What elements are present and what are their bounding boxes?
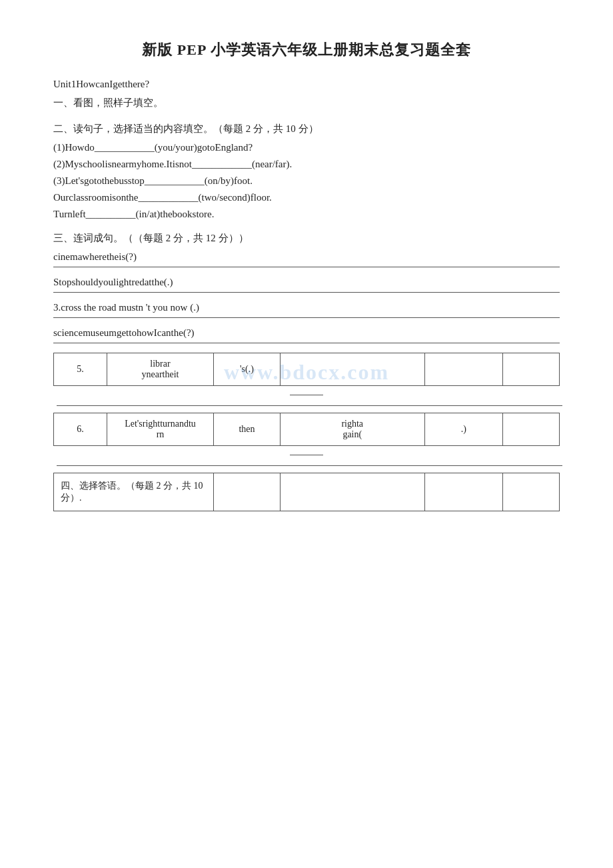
cell-5-num: 5. xyxy=(54,353,107,386)
table-row-6: 6. Let'srightturnandturn then rightagain… xyxy=(54,413,560,446)
section4-c5 xyxy=(503,473,560,511)
q2-4: Ourclassroomisonthe____________(two/seco… xyxy=(53,192,560,203)
section2-label: 二、读句子，选择适当的内容填空。（每题 2 分，共 10 分） xyxy=(53,123,560,135)
cell-6-num: 6. xyxy=(54,413,107,446)
q3-2: Stopshouldyoulightredatthe(.) xyxy=(53,277,560,288)
cell-5-words: libraryneartheit xyxy=(107,353,214,386)
answer-line-3 xyxy=(53,317,560,318)
q2-1: (1)Howdo____________(you/your)gotoEnglan… xyxy=(53,142,560,153)
cell-5-c3 xyxy=(424,353,503,386)
cell-6-words: Let'srightturnandturn xyxy=(107,413,214,446)
answer-line-2 xyxy=(53,292,560,293)
table-row-6-answer xyxy=(54,446,560,473)
cell-6-empty xyxy=(503,413,560,446)
q3-1: cinemawheretheis(?) xyxy=(53,251,560,263)
q2-2: (2)Myschoolisnearmyhome.Itisnot_________… xyxy=(53,159,560,170)
cell-6-righta: rightagain( xyxy=(281,413,425,446)
cell-5-c1: 's(.) xyxy=(214,353,281,386)
table-row-section4: 四、选择答语。（每题 2 分，共 10 分）. xyxy=(54,473,560,511)
section4-c2 xyxy=(214,473,281,511)
answer-line-4 xyxy=(53,343,560,343)
section1-label: 一、看图，照样子填空。 xyxy=(53,97,560,109)
table-row-5: 5. libraryneartheit 's(.) xyxy=(54,353,560,386)
unit-label: Unit1HowcanIgetthere? xyxy=(53,79,560,90)
cell-5-c4 xyxy=(503,353,560,386)
q2-5: Turnleft__________(in/at)thebookstore. xyxy=(53,209,560,220)
q3-3: 3.cross the road mustn 't you now (.) xyxy=(53,302,560,313)
cell-6-dot: .) xyxy=(424,413,503,446)
cell-5-c2 xyxy=(281,353,425,386)
table-row-5-answer xyxy=(54,386,560,413)
cell-6-then: then xyxy=(214,413,281,446)
page-title: 新版 PEP 小学英语六年级上册期末总复习题全套 xyxy=(53,40,560,60)
word-table: 5. libraryneartheit 's(.) 6. Let'srightt… xyxy=(53,353,560,511)
section3-label: 三、连词成句。（（每题 2 分，共 12 分）） xyxy=(53,232,560,245)
section4-c4 xyxy=(424,473,503,511)
answer-line-1 xyxy=(53,267,560,267)
q3-4: sciencemuseumgettohowIcanthe(?) xyxy=(53,327,560,339)
q2-3: (3)Let'sgotothebusstop____________(on/by… xyxy=(53,175,560,187)
section4-c3 xyxy=(281,473,425,511)
section4-label: 四、选择答语。（每题 2 分，共 10 分）. xyxy=(54,473,214,511)
